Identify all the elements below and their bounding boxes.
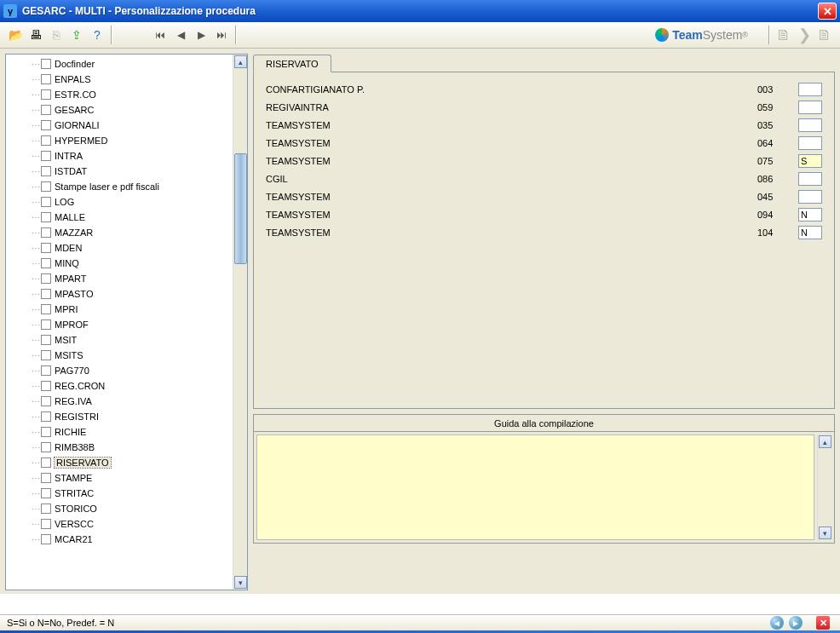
tree-checkbox[interactable] (41, 365, 51, 376)
help-icon[interactable]: ? (88, 26, 106, 44)
tree-item[interactable]: ⋯LOG (32, 194, 247, 210)
tree-checkbox[interactable] (41, 120, 51, 130)
tree-item[interactable]: ⋯PAG770 (32, 363, 247, 378)
tree-checkbox[interactable] (41, 273, 51, 284)
scroll-down-icon[interactable]: ▾ (819, 527, 831, 539)
tree-item[interactable]: ⋯VERSCC (32, 516, 247, 532)
tree-item[interactable]: ⋯STAMPE (32, 470, 247, 486)
tree-item[interactable]: ⋯MPASTO (32, 286, 247, 302)
tree-checkbox[interactable] (41, 442, 51, 452)
tree-checkbox[interactable] (41, 258, 51, 268)
tree-checkbox[interactable] (41, 105, 51, 115)
tree-checkbox[interactable] (41, 135, 51, 146)
tree-item[interactable]: ⋯MCAR21 (32, 532, 247, 547)
data-row-input[interactable] (798, 118, 822, 132)
tree-checkbox[interactable] (41, 289, 51, 299)
tree-item[interactable]: ⋯RICHIE (32, 424, 247, 440)
tree-checkbox[interactable] (41, 89, 51, 100)
copy-icon[interactable]: ⎘ (47, 26, 66, 44)
nav-first-icon[interactable]: ⏮ (151, 26, 170, 44)
data-row-input[interactable] (798, 190, 822, 204)
tree-item[interactable]: ⋯MPRI (32, 302, 247, 317)
tree-item[interactable]: ⋯ESTR.CO (32, 87, 247, 102)
guide-scrollbar[interactable]: ▴ ▾ (817, 434, 831, 540)
tree-item[interactable]: ⋯MSIT (32, 332, 247, 348)
tree-checkbox[interactable] (41, 504, 51, 514)
window-close-button[interactable]: ✕ (818, 3, 837, 20)
tree-item[interactable]: ⋯INTRA (32, 148, 247, 164)
data-row-input[interactable] (798, 226, 822, 239)
tree-item[interactable]: ⋯REG.CRON (32, 378, 247, 394)
tree-checkbox[interactable] (41, 319, 51, 330)
data-row-input[interactable] (798, 101, 822, 114)
scroll-up-icon[interactable]: ▴ (234, 55, 247, 68)
data-row-input[interactable] (798, 172, 822, 186)
tree-item[interactable]: ⋯MALLE (32, 210, 247, 225)
tree-checkbox[interactable] (41, 212, 51, 222)
tree-item[interactable]: ⋯MSITS (32, 348, 247, 363)
tree-item[interactable]: ⋯ISTDAT (32, 164, 247, 179)
tree-checkbox[interactable] (41, 59, 51, 69)
tree-item[interactable]: ⋯RISERVATO (32, 455, 247, 470)
status-next-button[interactable]: ► (789, 616, 803, 630)
tree-item[interactable]: ⋯MPROF (32, 317, 247, 332)
tree-checkbox[interactable] (41, 304, 51, 314)
tree-checkbox[interactable] (41, 181, 51, 192)
tree-item[interactable]: ⋯REGISTRI (32, 409, 247, 424)
tree-checkbox[interactable] (41, 381, 51, 391)
tree-item[interactable]: ⋯GIORNALI (32, 118, 247, 133)
tree-checkbox[interactable] (41, 151, 51, 161)
data-row-input[interactable] (798, 154, 822, 168)
tree-item[interactable]: ⋯STORICO (32, 501, 247, 516)
status-prev-button[interactable]: ◄ (770, 616, 784, 630)
data-row-label: TEAMSYSTEM (266, 120, 757, 130)
tree-checkbox[interactable] (41, 473, 51, 483)
tree-checkbox[interactable] (41, 350, 51, 360)
tree-checkbox[interactable] (41, 227, 51, 238)
print-icon[interactable]: 🖶 (26, 26, 45, 44)
tree-item[interactable]: ⋯MINQ (32, 256, 247, 271)
tree-checkbox[interactable] (41, 411, 51, 422)
tree-item[interactable]: ⋯MPART (32, 271, 247, 286)
scroll-down-icon[interactable]: ▾ (234, 576, 247, 589)
tree-checkbox[interactable] (41, 74, 51, 84)
scroll-thumb[interactable] (234, 153, 247, 264)
tree-checkbox[interactable] (41, 396, 51, 406)
export-icon[interactable]: ⇪ (67, 26, 86, 44)
tree-checkbox[interactable] (41, 457, 51, 468)
tree-item[interactable]: ⋯REG.IVA (32, 394, 247, 409)
tree-item[interactable]: ⋯RIMB38B (32, 440, 247, 455)
tree-checkbox[interactable] (41, 488, 51, 498)
tree-item[interactable]: ⋯MDEN (32, 240, 247, 256)
tree-connector-icon: ⋯ (32, 320, 39, 330)
tree-item[interactable]: ⋯GESARC (32, 102, 247, 118)
tree-scrollbar[interactable]: ▴ ▾ (233, 55, 247, 590)
tree-item[interactable]: ⋯ENPALS (32, 72, 247, 87)
status-exit-button[interactable]: ✕ (816, 616, 830, 630)
tree-checkbox[interactable] (41, 519, 51, 529)
tree-checkbox[interactable] (41, 166, 51, 176)
open-icon[interactable]: 📂 (6, 26, 25, 44)
tree-checkbox[interactable] (41, 243, 51, 253)
nav-next-icon[interactable]: ▶ (192, 26, 210, 44)
forward-icon[interactable]: ❯ (795, 26, 814, 44)
tree-item[interactable]: ⋯Docfinder (32, 56, 247, 72)
doc2-icon[interactable]: 🗎 (815, 26, 834, 44)
tree-item[interactable]: ⋯STRITAC (32, 486, 247, 501)
doc-icon[interactable]: 🗎 (774, 26, 793, 44)
tree-item[interactable]: ⋯MAZZAR (32, 225, 247, 240)
tab-riservato[interactable]: RISERVATO (253, 55, 331, 72)
guide-textarea[interactable] (256, 434, 814, 540)
tree-checkbox[interactable] (41, 197, 51, 207)
tree-checkbox[interactable] (41, 534, 51, 544)
tree-item[interactable]: ⋯Stampe laser e pdf fiscali (32, 179, 247, 194)
nav-last-icon[interactable]: ⏭ (212, 26, 231, 44)
data-row-input[interactable] (798, 136, 822, 150)
tree-checkbox[interactable] (41, 427, 51, 437)
tree-checkbox[interactable] (41, 335, 51, 345)
scroll-up-icon[interactable]: ▴ (819, 435, 831, 448)
tree-item[interactable]: ⋯HYPERMED (32, 133, 247, 148)
nav-prev-icon[interactable]: ◀ (171, 26, 190, 44)
data-row-input[interactable] (798, 208, 822, 222)
data-row-input[interactable] (798, 83, 822, 96)
